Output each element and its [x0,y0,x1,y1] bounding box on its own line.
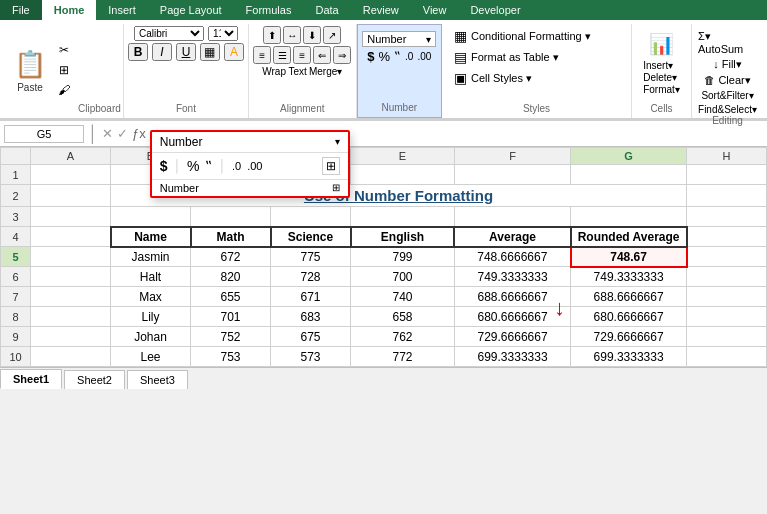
cell-e1[interactable] [351,165,455,185]
cell-english-header[interactable]: English [351,227,455,247]
col-header-f[interactable]: F [454,148,570,165]
number-dropdown-arrow[interactable]: ▾ [426,34,431,45]
delete-label[interactable]: Delete▾ [643,72,680,83]
fill-color-button[interactable]: A [224,43,244,61]
col-header-a[interactable]: A [31,148,111,165]
cell-name-header[interactable]: Name [111,227,191,247]
tab-view[interactable]: View [411,0,459,20]
tab-developer[interactable]: Developer [458,0,532,20]
cell-a7[interactable] [31,287,111,307]
cell-johan-math[interactable]: 752 [191,327,271,347]
cell-lee-english[interactable]: 772 [351,347,455,367]
cell-h6[interactable] [687,267,767,287]
underline-button[interactable]: U [176,43,196,61]
cell-halt-rounded[interactable]: 749.3333333 [571,267,687,287]
confirm-icon[interactable]: ✓ [117,126,128,141]
sort-filter-button[interactable]: Sort&Filter▾ [701,90,753,101]
cell-h7[interactable] [687,287,767,307]
format-label[interactable]: Format▾ [643,84,680,95]
cell-a8[interactable] [31,307,111,327]
cell-jasmin-science[interactable]: 775 [271,247,351,267]
clear-button[interactable]: 🗑 Clear▾ [704,74,750,87]
cell-lily-name[interactable]: Lily [111,307,191,327]
cell-a2[interactable] [31,185,111,207]
tab-formulas[interactable]: Formulas [234,0,304,20]
copy-button[interactable]: ⊞ [52,61,76,79]
cell-halt-science[interactable]: 728 [271,267,351,287]
cell-johan-average[interactable]: 729.6666667 [454,327,570,347]
cell-c3[interactable] [191,207,271,227]
dropdown-dialog-btn[interactable]: ⊞ [322,157,340,175]
cell-a1[interactable] [31,165,111,185]
insert-cells-button[interactable]: 📊 [649,32,674,56]
col-header-e[interactable]: E [351,148,455,165]
cell-lily-science[interactable]: 683 [271,307,351,327]
cell-h10[interactable] [687,347,767,367]
cell-jasmin-name[interactable]: Jasmin [111,247,191,267]
dropdown-arrow-icon[interactable]: ▾ [335,136,340,147]
tab-file[interactable]: File [0,0,42,20]
sheet-tab-1[interactable]: Sheet1 [0,369,62,389]
cell-a9[interactable] [31,327,111,347]
cell-b3[interactable] [111,207,191,227]
orientation-button[interactable]: ↗ [323,26,341,44]
cell-lily-math[interactable]: 701 [191,307,271,327]
cell-lee-average[interactable]: 699.3333333 [454,347,570,367]
cell-max-average[interactable]: 688.6666667 [454,287,570,307]
align-right-button[interactable]: ≡ [293,46,311,64]
cell-johan-rounded[interactable]: 729.6666667 [571,327,687,347]
align-center-button[interactable]: ☰ [273,46,291,64]
cell-a10[interactable] [31,347,111,367]
cell-g3[interactable] [571,207,687,227]
cell-f3[interactable] [454,207,570,227]
align-top-button[interactable]: ⬆ [263,26,281,44]
percent-format-btn[interactable]: % [187,158,199,174]
cell-johan-name[interactable]: Johan [111,327,191,347]
cell-average-header[interactable]: Average [454,227,570,247]
cell-max-name[interactable]: Max [111,287,191,307]
cell-jasmin-average[interactable]: 748.6666667 [454,247,570,267]
cell-lee-science[interactable]: 573 [271,347,351,367]
align-left-button[interactable]: ≡ [253,46,271,64]
cell-a3[interactable] [31,207,111,227]
cell-a4[interactable] [31,227,111,247]
cancel-icon[interactable]: ✕ [102,126,113,141]
cell-johan-english[interactable]: 762 [351,327,455,347]
col-header-g[interactable]: G [571,148,687,165]
autosum-button[interactable]: Σ▾ AutoSum [698,30,757,55]
dollar-format-btn[interactable]: $ [160,158,168,174]
name-box[interactable] [4,125,84,143]
cell-h8[interactable] [687,307,767,327]
function-icon[interactable]: ƒx [132,126,146,141]
cell-f1[interactable] [454,165,570,185]
cell-lily-rounded[interactable]: 680.6666667 [571,307,687,327]
cell-a6[interactable] [31,267,111,287]
cell-h5[interactable] [687,247,767,267]
format-dialog-icon[interactable]: ⊞ [332,182,340,193]
cell-h9[interactable] [687,327,767,347]
cell-max-rounded[interactable]: 688.6666667 [571,287,687,307]
cell-halt-math[interactable]: 820 [191,267,271,287]
cell-max-english[interactable]: 740 [351,287,455,307]
comma-button[interactable]: ‟ [394,49,401,64]
find-select-button[interactable]: Find&Select▾ [698,104,757,115]
cell-h1[interactable] [687,165,767,185]
cell-max-science[interactable]: 671 [271,287,351,307]
cell-d3[interactable] [271,207,351,227]
sheet-tab-3[interactable]: Sheet3 [127,370,188,389]
cell-jasmin-math[interactable]: 672 [191,247,271,267]
cell-lee-math[interactable]: 753 [191,347,271,367]
cell-h2[interactable] [687,185,767,207]
tab-insert[interactable]: Insert [96,0,148,20]
font-family-select[interactable]: Calibri [134,26,204,41]
decimal-decrease-button[interactable]: .00 [417,51,431,62]
tab-page-layout[interactable]: Page Layout [148,0,234,20]
cell-halt-name[interactable]: Halt [111,267,191,287]
paste-button[interactable]: 📋 Paste [10,41,50,101]
cell-lily-english[interactable]: 658 [351,307,455,327]
cell-halt-english[interactable]: 700 [351,267,455,287]
cell-g1[interactable] [571,165,687,185]
cell-rounded-avg-header[interactable]: Rounded Average [571,227,687,247]
format-as-table-button[interactable]: ▤ Format as Table ▾ [448,47,625,67]
indent-decrease-button[interactable]: ⇐ [313,46,331,64]
